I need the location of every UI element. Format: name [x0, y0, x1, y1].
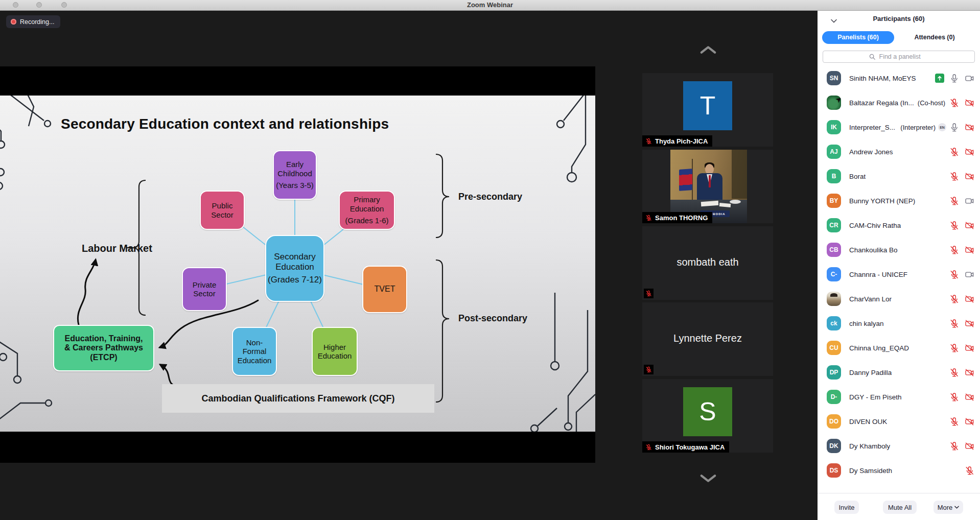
video-tile[interactable]: sombath eath	[642, 226, 773, 300]
mic-muted-icon	[949, 319, 959, 328]
mic-muted-icon	[949, 196, 959, 206]
diagram-node-sec: SecondaryEducation(Grades 7-12)	[265, 235, 324, 302]
participant-name: Sinith NHAM, MoEYS	[849, 75, 916, 82]
recording-dot-icon	[11, 19, 16, 25]
mic-muted-icon	[949, 172, 959, 181]
participant-row[interactable]: CB Chankoulika Bo	[818, 238, 980, 262]
participant-row[interactable]: D- DGY - Em Piseth	[818, 385, 980, 409]
participant-name: Bunny YORTH (NEP)	[849, 197, 915, 205]
avatar: D-	[827, 390, 841, 404]
participants-tabs: Panelists (60) Attendees (0)	[822, 31, 975, 44]
participant-name: Dy Khamboly	[849, 442, 890, 450]
camera-off-icon	[965, 98, 974, 108]
participant-row[interactable]: DS Dy Samsideth	[818, 458, 980, 483]
participant-row[interactable]: B Borat	[818, 164, 980, 188]
participant-row[interactable]: AJ Andrew Jones	[818, 139, 980, 164]
video-tile[interactable]: CAMBODIA Samon THORNG	[642, 150, 773, 223]
diagram-node-pub: PublicSector	[200, 191, 245, 230]
video-tile-name: sombath eath	[642, 256, 773, 268]
label-pre-secondary: Pre-secondary	[458, 192, 522, 202]
camera-off-icon	[965, 123, 974, 132]
camera-off-icon	[965, 417, 974, 427]
tab-attendees[interactable]: Attendees (0)	[894, 34, 975, 41]
invite-button[interactable]: Invite	[834, 501, 859, 514]
video-tile[interactable]: Lynnette Perez	[642, 302, 773, 376]
video-tile-name-label: Samon THORNG	[642, 212, 712, 223]
search-input[interactable]	[878, 53, 929, 61]
mic-muted-icon	[949, 441, 959, 451]
mic-muted-icon	[645, 366, 652, 373]
participant-row[interactable]: BY Bunny YORTH (NEP)	[818, 188, 980, 213]
mic-muted-chip	[644, 289, 654, 298]
camera-off-icon	[965, 147, 974, 157]
mic-muted-icon	[949, 270, 959, 279]
mic-muted-icon	[645, 444, 652, 451]
avatar: SN	[827, 71, 841, 85]
participant-row[interactable]: SN Sinith NHAM, MoEYS	[818, 66, 980, 90]
diagram-node-priv: PrivateSector	[182, 267, 227, 311]
label-post-secondary: Post-secondary	[458, 313, 527, 324]
camera-icon	[965, 196, 974, 206]
panel-collapse-chevron-icon[interactable]	[831, 16, 837, 25]
diagram-node-early: EarlyChildhood(Years 3-5)	[273, 150, 317, 200]
participant-row[interactable]: CR CAM-Chiv Ratha	[818, 213, 980, 238]
mic-icon	[949, 74, 959, 83]
video-tile[interactable]: S Shiori Tokugawa JICA	[642, 379, 773, 453]
avatar: C-	[827, 267, 841, 281]
camera-off-icon	[965, 368, 974, 377]
mute-all-button[interactable]: Mute All	[883, 501, 917, 514]
camera-icon	[965, 74, 974, 83]
participant-name: CharVann Lor	[849, 295, 892, 303]
camera-off-icon	[965, 245, 974, 255]
more-button[interactable]: More	[934, 501, 963, 514]
mic-muted-icon	[645, 215, 652, 221]
participant-name: chin kalyan	[849, 320, 884, 327]
participant-row[interactable]: IK Interpreter_S... (Interpreter)EN	[818, 115, 980, 139]
screen-share-area: Secondary Education context and relation…	[0, 66, 595, 463]
recording-indicator: Recording...	[6, 15, 60, 28]
participant-row[interactable]: DK Dy Khamboly	[818, 434, 980, 458]
language-badge: EN	[938, 123, 946, 131]
video-strip-up-chevron[interactable]	[699, 45, 717, 55]
camera-off-icon	[965, 319, 974, 328]
diagram-node-prim: PrimaryEducation(Grades 1-6)	[339, 191, 395, 230]
camera-off-icon	[965, 172, 974, 181]
participant-name: Borat	[849, 173, 866, 180]
participant-name: CAM-Chiv Ratha	[849, 222, 901, 229]
search-panelist-box	[823, 51, 975, 63]
camera-off-icon	[965, 294, 974, 304]
camera-off-icon	[965, 343, 974, 353]
participant-name: Baltazar Regala (In...	[849, 99, 914, 107]
camera-off-icon	[965, 441, 974, 451]
camera-off-icon	[965, 221, 974, 230]
mic-muted-chip	[644, 365, 654, 374]
avatar: CU	[827, 341, 841, 355]
mic-muted-icon	[949, 417, 959, 427]
avatar: B	[827, 169, 841, 183]
avatar: ck	[827, 316, 841, 330]
participant-row[interactable]: DO DIVEN OUK	[818, 409, 980, 434]
diagram-node-tvet: TVET	[362, 266, 407, 313]
participant-row[interactable]: CharVann Lor	[818, 287, 980, 311]
mic-muted-icon	[949, 343, 959, 353]
participants-footer: Invite Mute All More	[818, 493, 980, 520]
participant-row[interactable]: DP Danny Padilla	[818, 360, 980, 385]
mic-muted-icon	[949, 147, 959, 157]
avatar: DO	[827, 414, 841, 429]
chevron-down-icon	[954, 506, 959, 509]
participant-row[interactable]: CU Chinna Ung_EQAD	[818, 336, 980, 360]
participant-row[interactable]: ck chin kalyan	[818, 311, 980, 336]
participant-row[interactable]: C- Channra - UNICEF	[818, 262, 980, 287]
video-strip-down-chevron[interactable]	[699, 473, 717, 483]
participant-name: Interpreter_S...	[849, 124, 895, 131]
screen-sharing-badge-icon	[935, 74, 944, 83]
avatar: AJ	[827, 145, 841, 159]
presentation-slide: Secondary Education context and relation…	[0, 96, 595, 432]
video-tile[interactable]: T Thyda Pich-JICA	[642, 73, 773, 147]
tab-panelists[interactable]: Panelists (60)	[822, 31, 894, 44]
participants-panel: Participants (60) Panelists (60) Attende…	[818, 10, 980, 520]
participant-row[interactable]: Baltazar Regala (In... (Co-host)	[818, 90, 980, 115]
cqf-bar: Cambodian Qualifications Framework (CQF)	[162, 384, 434, 413]
avatar: DK	[827, 439, 841, 453]
zoom-webinar-window: { "window": { "title": "Zoom Webinar" },…	[0, 0, 980, 520]
